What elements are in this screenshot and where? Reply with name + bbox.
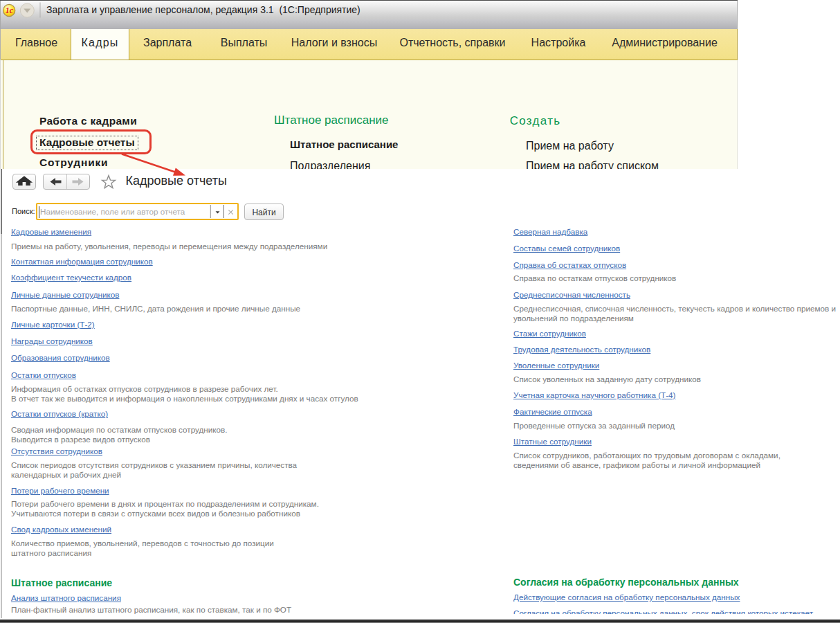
svg-text:1с: 1с [6, 6, 14, 15]
